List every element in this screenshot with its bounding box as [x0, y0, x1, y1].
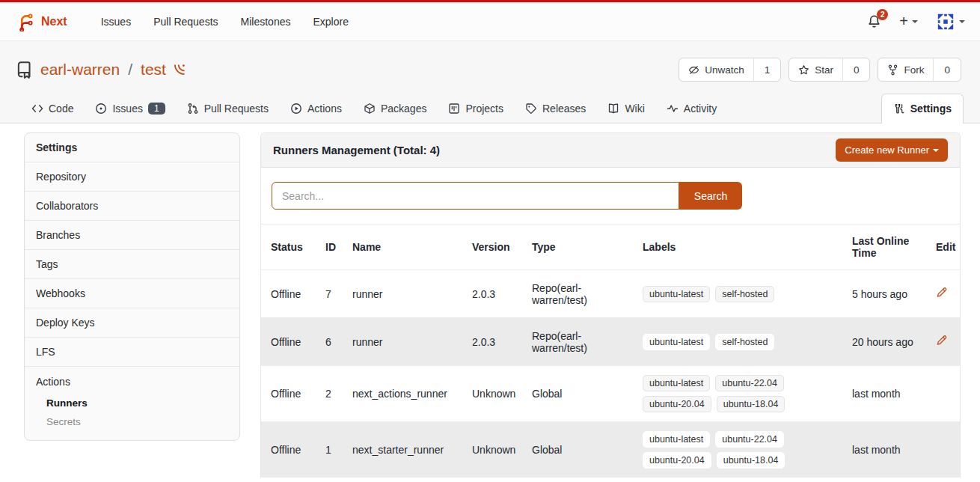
- repo-name-link[interactable]: test: [141, 61, 166, 79]
- runner-status: Offline: [261, 270, 319, 318]
- repo-separator: /: [128, 61, 132, 79]
- label-chip: ubuntu-20.04: [643, 396, 711, 412]
- runner-name: runner: [346, 270, 466, 318]
- play-circle-icon: [290, 103, 302, 115]
- table-row: Offline 2 next_actions_runner Unknown Gl…: [261, 366, 960, 422]
- col-version: Version: [466, 225, 526, 270]
- nav-issues[interactable]: Issues: [90, 10, 142, 34]
- runner-last-online: last month: [846, 422, 930, 478]
- watch-count[interactable]: 1: [753, 58, 781, 81]
- repo-action-buttons: Unwatch 1 Star 0: [679, 58, 961, 82]
- issues-count-badge: 1: [148, 103, 165, 115]
- star-button[interactable]: Star 0: [788, 58, 870, 82]
- tools-icon: [893, 103, 905, 115]
- sidebar-item-webhooks[interactable]: Webhooks: [25, 279, 239, 308]
- label-chip: self-hosted: [715, 334, 774, 350]
- avatar: [936, 12, 955, 31]
- tab-code[interactable]: Code: [24, 94, 81, 123]
- runner-last-online: last month: [846, 366, 930, 422]
- runner-status: Offline: [261, 318, 319, 366]
- page-content: Settings Repository Collaborators Branch…: [0, 123, 980, 478]
- create-runner-button[interactable]: Create new Runner: [836, 138, 948, 162]
- tab-releases[interactable]: Releases: [518, 94, 593, 123]
- search-button[interactable]: Search: [679, 182, 742, 210]
- tab-activity[interactable]: Activity: [659, 94, 724, 123]
- runner-name: runner: [346, 318, 466, 366]
- star-icon: [798, 64, 809, 76]
- pull-request-icon: [187, 103, 199, 115]
- notifications-button[interactable]: 2: [867, 14, 881, 28]
- tab-packages[interactable]: Packages: [356, 94, 434, 123]
- unwatch-button[interactable]: Unwatch 1: [679, 58, 781, 82]
- edit-runner-button[interactable]: [936, 287, 948, 299]
- notification-count-badge: 2: [877, 9, 888, 20]
- runner-version: Unknown: [466, 366, 526, 422]
- tab-settings[interactable]: Settings: [881, 94, 964, 123]
- nav-pull-requests[interactable]: Pull Requests: [142, 10, 229, 34]
- sidebar-item-secrets[interactable]: Secrets: [36, 412, 228, 431]
- fork-count[interactable]: 0: [933, 58, 961, 81]
- tag-icon: [525, 103, 537, 115]
- runner-type: Repo(earl-warren/test): [526, 318, 637, 366]
- tab-issues[interactable]: Issues 1: [88, 94, 172, 123]
- col-type: Type: [526, 225, 637, 270]
- runner-labels: ubuntu-latest self-hosted: [643, 286, 792, 302]
- fork-button[interactable]: Fork 0: [878, 58, 961, 82]
- runner-version: Unknown: [466, 422, 526, 478]
- runner-labels: ubuntu-latest self-hosted: [643, 334, 792, 350]
- chevron-down-icon: [912, 20, 918, 23]
- book-icon: [607, 103, 619, 115]
- create-new-menu[interactable]: +: [899, 13, 918, 30]
- runner-name: next_actions_runner: [346, 366, 466, 422]
- code-icon: [31, 103, 43, 115]
- issue-opened-icon: [95, 103, 107, 115]
- runner-labels: ubuntu-latest ubuntu-22.04 ubuntu-20.04 …: [643, 431, 792, 469]
- star-count[interactable]: 0: [842, 58, 870, 81]
- chevron-down-icon: [933, 149, 939, 152]
- nav-explore[interactable]: Explore: [301, 10, 359, 34]
- table-row: Offline 7 runner 2.0.3 Repo(earl-warren/…: [261, 270, 960, 318]
- label-chip: ubuntu-18.04: [717, 396, 785, 412]
- forgejo-logo-icon: [15, 12, 34, 31]
- tab-projects[interactable]: Projects: [441, 94, 511, 123]
- eye-slash-icon: [688, 64, 699, 76]
- forgejo-logo[interactable]: Next: [15, 12, 67, 31]
- label-chip: ubuntu-20.04: [643, 452, 711, 469]
- tab-actions[interactable]: Actions: [283, 94, 349, 123]
- sidebar-item-collaborators[interactable]: Collaborators: [25, 192, 239, 221]
- col-last-online: Last Online Time: [846, 225, 930, 270]
- sidebar-item-tags[interactable]: Tags: [25, 250, 239, 279]
- repo-owner-link[interactable]: earl-warren: [40, 61, 120, 79]
- tab-wiki[interactable]: Wiki: [600, 94, 652, 123]
- sidebar-item-runners[interactable]: Runners: [36, 394, 228, 412]
- edit-runner-button[interactable]: [936, 335, 948, 347]
- runner-last-online: 20 hours ago: [846, 318, 930, 366]
- sidebar-item-deploy-keys[interactable]: Deploy Keys: [25, 308, 239, 338]
- runner-id: 7: [319, 270, 346, 318]
- runner-name: next_starter_runner: [346, 422, 466, 478]
- project-board-icon: [448, 103, 460, 115]
- runners-table: Status ID Name Version Type Labels Last …: [261, 224, 960, 478]
- user-menu[interactable]: [936, 12, 965, 31]
- col-name: Name: [346, 225, 466, 270]
- runner-status: Offline: [261, 366, 319, 422]
- sidebar-item-branches[interactable]: Branches: [25, 221, 239, 250]
- fork-icon: [887, 64, 898, 76]
- runner-type: Global: [526, 422, 637, 478]
- label-chip: self-hosted: [715, 286, 774, 302]
- tab-pull-requests[interactable]: Pull Requests: [180, 94, 276, 123]
- table-row: Offline 6 runner 2.0.3 Repo(earl-warren/…: [261, 318, 960, 366]
- search-input[interactable]: [272, 182, 679, 210]
- sidebar-item-repository[interactable]: Repository: [25, 162, 239, 192]
- runner-type: Global: [526, 366, 637, 422]
- runner-version: 2.0.3: [466, 318, 526, 366]
- pulse-icon: [667, 103, 679, 115]
- sidebar-item-actions[interactable]: Actions: [36, 374, 228, 394]
- label-chip: ubuntu-22.04: [715, 375, 784, 391]
- sidebar-item-lfs[interactable]: LFS: [25, 338, 239, 367]
- rss-icon[interactable]: [173, 63, 186, 76]
- nav-milestones[interactable]: Milestones: [230, 10, 302, 34]
- runner-id: 2: [319, 366, 346, 422]
- instance-name: Next: [41, 15, 67, 28]
- navbar: Next Issues Pull Requests Milestones Exp…: [0, 2, 980, 41]
